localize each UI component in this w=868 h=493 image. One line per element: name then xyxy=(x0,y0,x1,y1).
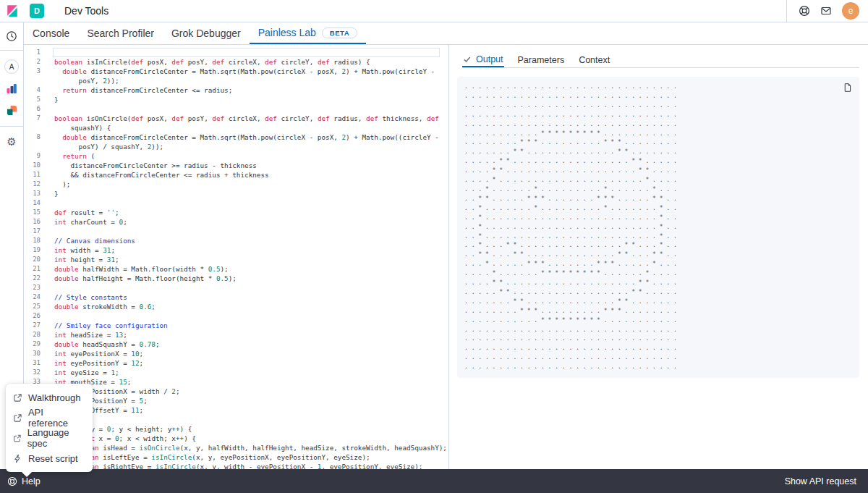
tab-output[interactable]: Output xyxy=(462,52,504,67)
help-button[interactable]: Help xyxy=(7,476,41,486)
external-link-icon xyxy=(13,393,22,403)
tab-grok-debugger[interactable]: Grok Debugger xyxy=(163,22,250,44)
line-number: 19 xyxy=(24,245,44,255)
avatar: e xyxy=(842,2,859,20)
line-number: 8 xyxy=(24,132,44,142)
code-line: 12 ); xyxy=(24,180,448,189)
output-row: . . * . . . . . . . . . . . . . . . . . … xyxy=(464,232,852,242)
line-number: 10 xyxy=(24,161,44,170)
line-number: 15 xyxy=(24,208,44,217)
line-number: 4 xyxy=(24,85,44,95)
code-line: 3 double distanceFromCircleCenter = Math… xyxy=(24,67,448,76)
user-avatar[interactable]: e xyxy=(842,2,859,20)
line-number: 30 xyxy=(24,349,44,358)
code-line: 13} xyxy=(24,189,448,198)
beta-badge: BETA xyxy=(322,28,357,38)
output-row: . . . . * . . . . . . . . . . . . . . . … xyxy=(464,176,852,185)
line-number: 29 xyxy=(24,340,44,349)
tab-painless-lab[interactable]: Painless Lab BETA xyxy=(250,22,366,44)
code-line: squashY) { xyxy=(24,123,448,132)
output-row: . . * . . . . . . . . . . . . . . . . . … xyxy=(464,223,852,232)
tab-parameters[interactable]: Parameters xyxy=(517,52,566,67)
code-line: 27// Smiley face configuration xyxy=(24,321,448,330)
output-row: . . . . . * * . . . . . . . . . . . . . … xyxy=(464,157,852,167)
show-api-request-button[interactable]: Show API request xyxy=(785,476,856,486)
check-icon xyxy=(463,55,472,64)
code-line: 26 xyxy=(24,311,448,321)
code-line: 1 xyxy=(24,48,448,57)
line-number: 31 xyxy=(24,358,44,368)
code-line: 23 xyxy=(24,283,448,292)
external-link-icon xyxy=(13,413,22,423)
external-link-icon xyxy=(13,434,22,443)
code-line: 25double strokeWidth = 0.6; xyxy=(24,302,448,311)
code-line: posY) / squashY, 2)); xyxy=(24,142,448,151)
code-line: 4 return distanceFromCircleCenter <= rad… xyxy=(24,85,448,95)
tab-search-profiler[interactable]: Search Profiler xyxy=(78,22,163,44)
output-row: . . * . . . . . . . . . . . . . . . . . … xyxy=(464,214,852,223)
code-line: 14 xyxy=(24,198,448,208)
menu-item-api-reference[interactable]: API reference xyxy=(6,408,93,428)
output-row: . . * . . . * * . . . . . . . . . . . . … xyxy=(464,241,852,250)
space-badge[interactable]: D xyxy=(30,4,44,18)
mail-icon[interactable] xyxy=(820,5,832,17)
tab-console[interactable]: Console xyxy=(24,22,78,44)
line-number: 27 xyxy=(24,321,44,330)
settings-gear-icon[interactable]: ⚙ xyxy=(0,131,24,153)
help-ring-icon[interactable] xyxy=(799,5,810,17)
bottom-bar: Help Show API request xyxy=(0,469,868,493)
breadcrumb: Dev Tools xyxy=(64,5,109,17)
code-line: 22double halfHeight = Math.floor(height … xyxy=(24,274,448,283)
code-line: 19int width = 31; xyxy=(24,245,448,255)
top-bar: D Dev Tools e xyxy=(0,0,868,22)
code-line: 30int eyePositionX = 10; xyxy=(24,349,448,358)
output-row: . . . . . * * . . . . . . . . . . . . . … xyxy=(464,288,852,298)
sidebar-item-analytics[interactable] xyxy=(0,77,24,99)
code-line: 16int charCount = 0; xyxy=(24,217,448,227)
kibana-logo[interactable] xyxy=(0,4,24,18)
copy-icon[interactable] xyxy=(843,83,852,93)
code-line: 17 xyxy=(24,227,448,236)
menu-item-language-spec[interactable]: Language spec xyxy=(6,428,93,448)
output-row: . . . . * . . . . . . * * * * * * * * * … xyxy=(464,269,852,279)
code-line: 15def result = ''; xyxy=(24,208,448,217)
code-line: 32int eyeSize = 1; xyxy=(24,368,448,377)
line-number: 28 xyxy=(24,330,44,340)
line-number: 14 xyxy=(24,198,44,208)
output-row: . . . . . . . . . . . . . . . . . . . . … xyxy=(464,120,852,130)
output-grid: . . . . . . . . . . . . . . . . . . . . … xyxy=(464,83,852,372)
line-number: 12 xyxy=(24,180,44,189)
output-row: . . . . . . . . * * * . . . . . . . . . … xyxy=(464,138,852,148)
line-number: 16 xyxy=(24,217,44,227)
output-row: . . . . . . . . . . . . . . . . . . . . … xyxy=(464,83,852,92)
line-number xyxy=(24,76,44,85)
output-row: . . . . . . . . . . . . . . . . . . . . … xyxy=(464,363,852,372)
recently-viewed-icon[interactable] xyxy=(0,25,24,47)
sidebar-item-security[interactable] xyxy=(0,99,24,121)
output-panel: Output Parameters Context . . . . . . . … xyxy=(449,45,868,469)
menu-item-walkthrough[interactable]: Walkthrough xyxy=(6,387,93,408)
line-number: 3 xyxy=(24,67,44,76)
code-line: 6 xyxy=(24,104,448,114)
line-number: 6 xyxy=(24,104,44,114)
devtools-tab-bar: Console Search Profiler Grok Debugger Pa… xyxy=(24,22,868,45)
security-icon xyxy=(7,105,17,116)
tab-context[interactable]: Context xyxy=(578,52,610,67)
line-number: 18 xyxy=(24,236,44,245)
sidebar-item-app-a[interactable]: A xyxy=(0,56,24,77)
output-row: . . . . . . . * * . . . . . . . . . . . … xyxy=(464,298,852,307)
menu-item-reset-script[interactable]: Reset script xyxy=(6,448,93,468)
line-number xyxy=(24,123,44,132)
output-row: . . . . . . . . . . . * * * * * * * * * … xyxy=(464,130,852,139)
line-number: 5 xyxy=(24,95,44,104)
kibana-logo-icon xyxy=(6,4,19,18)
output-row: . . . . . . . . . . . . . . . . . . . . … xyxy=(464,334,852,344)
line-number: 7 xyxy=(24,114,44,123)
output-row: . . . . . . . . . . . . . . . . . . . . … xyxy=(464,111,852,120)
code-line: 9 return ( xyxy=(24,151,448,161)
line-number: 1 xyxy=(24,48,44,57)
output-row: . . * * . . . . . * * * . . . . . . . * … xyxy=(464,195,852,204)
panel-resizer[interactable] xyxy=(448,45,449,469)
line-number: 21 xyxy=(24,264,44,274)
output-row: . . . * . . . . . . * . . . . . . . . . … xyxy=(464,185,852,195)
